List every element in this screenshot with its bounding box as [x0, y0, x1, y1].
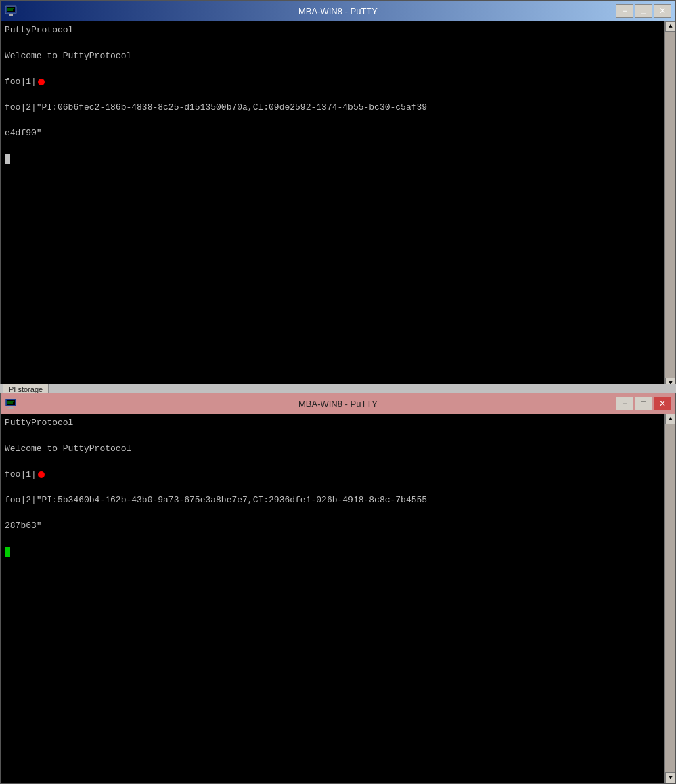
scrollbar-1: ▲ ▼ [664, 21, 675, 389]
term-line-1-4: e4df90" [5, 127, 660, 139]
minimize-button-2[interactable]: − [616, 397, 633, 410]
close-button-2[interactable]: ✕ [654, 397, 671, 410]
term-line-2-5 [5, 545, 660, 558]
term-line-2-2: foo|1| [5, 468, 660, 481]
red-dot-2 [38, 471, 45, 478]
term-line-1-5 [5, 152, 660, 165]
titlebar-buttons-2: − □ ✕ [616, 397, 671, 410]
scrollbar-2: ▲ ▼ [664, 414, 675, 783]
term-line-2-0: PuttyProtocol [5, 416, 660, 429]
scroll-track-2[interactable] [665, 424, 675, 772]
svg-rect-7 [7, 400, 15, 405]
cursor-2 [5, 547, 10, 557]
window2-title: MBA-WIN8 - PuTTY [1, 399, 675, 409]
svg-rect-8 [9, 407, 13, 408]
term-line-1-1: Welcome to PuttyProtocol [5, 49, 660, 62]
scroll-up-1[interactable]: ▲ [665, 21, 675, 32]
putty-window-1: MBA-WIN8 - PuTTY − □ ✕ PuttyProtocol Wel… [0, 0, 676, 389]
term-line-1-3: foo|2|"PI:06b6fec2-186b-4838-8c25-d15135… [5, 101, 660, 114]
titlebar-buttons-1: − □ ✕ [616, 4, 671, 18]
maximize-button-1[interactable]: □ [635, 4, 652, 18]
scroll-up-2[interactable]: ▲ [665, 414, 675, 424]
maximize-button-2[interactable]: □ [635, 397, 652, 410]
svg-rect-3 [7, 16, 14, 16]
scroll-track-1[interactable] [665, 32, 675, 378]
scroll-down-2[interactable]: ▼ [665, 772, 675, 783]
window1-title: MBA-WIN8 - PuTTY [1, 6, 675, 16]
svg-rect-2 [9, 14, 13, 16]
titlebar-2: MBA-WIN8 - PuTTY − □ ✕ [1, 393, 675, 414]
term-line-2-1: Welcome to PuttyProtocol [5, 442, 660, 455]
terminal-content-2[interactable]: PuttyProtocol Welcome to PuttyProtocol f… [1, 414, 664, 783]
svg-rect-1 [7, 7, 15, 12]
cursor-1 [5, 154, 10, 164]
putty-icon-1 [5, 5, 17, 17]
term-line-1-0: PuttyProtocol [5, 24, 660, 37]
term-line-2-3: foo|2|"PI:5b3460b4-162b-43b0-9a73-675e3a… [5, 494, 660, 506]
titlebar-1: MBA-WIN8 - PuTTY − □ ✕ [1, 1, 675, 21]
minimize-button-1[interactable]: − [616, 4, 633, 18]
terminal-wrapper-1: PuttyProtocol Welcome to PuttyProtocol f… [1, 21, 675, 389]
terminal-wrapper-2: PuttyProtocol Welcome to PuttyProtocol f… [1, 414, 675, 783]
putty-window-2: MBA-WIN8 - PuTTY − □ ✕ PuttyProtocol Wel… [0, 393, 676, 784]
red-dot-1 [38, 79, 45, 85]
terminal-content-1[interactable]: PuttyProtocol Welcome to PuttyProtocol f… [1, 21, 664, 389]
term-line-2-4: 287b63" [5, 519, 660, 532]
term-line-1-2: foo|1| [5, 75, 660, 88]
putty-icon-2 [5, 397, 17, 410]
svg-rect-9 [7, 408, 14, 409]
close-button-1[interactable]: ✕ [654, 4, 671, 18]
